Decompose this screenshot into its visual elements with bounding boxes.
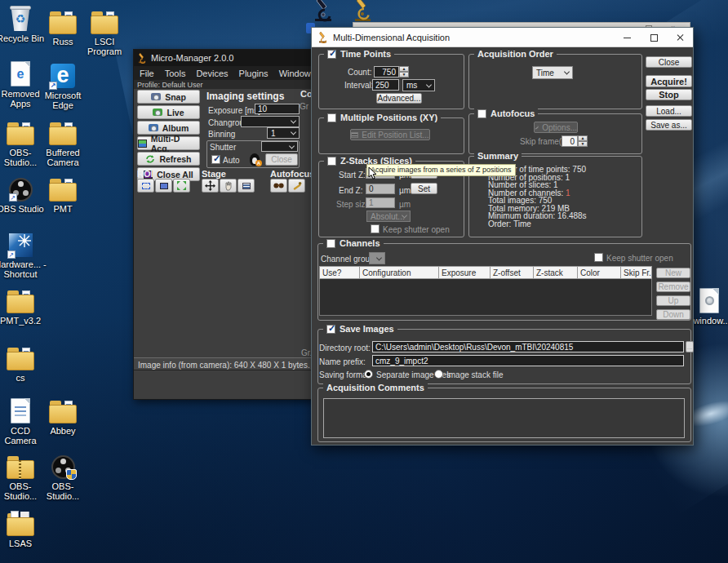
minimize-button[interactable]: [615, 28, 639, 47]
z-stack-mode-select[interactable]: Absolut...: [366, 211, 411, 222]
folder-icon: [7, 117, 34, 145]
desktop-icon-cs[interactable]: cs: [0, 343, 47, 383]
autofocus-group: Autofocus: [468, 113, 642, 154]
shutter-close-button[interactable]: Close: [265, 153, 298, 166]
binning-select[interactable]: 1: [267, 127, 300, 139]
step-size-input[interactable]: 1: [366, 197, 395, 208]
z-stack-tooltip: Acquire images from a series of Z positi…: [366, 164, 516, 176]
menu-plugins[interactable]: Plugins: [239, 69, 269, 78]
autofocus-run-button[interactable]: [270, 179, 287, 193]
document-icon: [11, 396, 30, 423]
folder-icon: [7, 343, 34, 370]
chevron-down-icon: [426, 82, 432, 87]
count-spinner[interactable]: [399, 66, 409, 78]
desktop-icon-abbey[interactable]: Abbey: [37, 396, 89, 436]
z-stacks-checkbox[interactable]: [327, 157, 336, 166]
multiple-positions-checkbox[interactable]: [327, 113, 336, 122]
desktop-icon-label: Microsoft Edge: [37, 91, 89, 110]
channel-down-button[interactable]: Down: [656, 309, 690, 320]
time-points-checkbox[interactable]: [327, 50, 336, 59]
autofocus-options-button[interactable]: [288, 179, 305, 193]
stage-list-button[interactable]: [237, 179, 255, 193]
comments-textarea[interactable]: [323, 398, 685, 438]
stop-button[interactable]: Stop: [646, 89, 692, 100]
skip-frames-input[interactable]: 0: [562, 135, 578, 147]
snap-button[interactable]: Snap: [137, 90, 200, 104]
desktop-icon-label: LSCI Program: [78, 37, 131, 56]
menu-window[interactable]: Window: [279, 69, 311, 78]
column-header: Skip Fr.: [621, 266, 652, 279]
desktop-icon-lsci-program[interactable]: LSCI Program: [78, 7, 131, 56]
name-prefix-input[interactable]: cmz_9_impct2: [372, 355, 684, 366]
status-bar: Image info (from camera): 640 X 480 X 1 …: [134, 357, 321, 370]
folder-icon: [91, 7, 118, 34]
auto-shutter-checkbox[interactable]: [211, 155, 220, 164]
menu-tools[interactable]: Tools: [165, 69, 186, 78]
autofocus-checkbox[interactable]: [477, 109, 486, 118]
media-document-icon: [699, 286, 719, 313]
desktop-icon-label: PMT_v3.2: [0, 316, 41, 326]
roi-reset-button[interactable]: [173, 179, 190, 193]
stage-hand-button[interactable]: [220, 179, 237, 193]
count-input[interactable]: 750: [374, 66, 399, 78]
separate-files-radio[interactable]: [364, 370, 373, 379]
image-stack-radio[interactable]: [434, 370, 443, 379]
desktop-icon-pmt-v32[interactable]: PMT_v3.2: [0, 286, 47, 326]
channel-up-button[interactable]: Up: [656, 295, 690, 306]
chevron-down-icon: [564, 69, 570, 74]
profile-bar: Profile: Default User: [134, 80, 320, 89]
roi-draw-button[interactable]: [137, 179, 154, 193]
multiple-positions-title: Multiple Positions (XY): [340, 113, 437, 123]
penguin-icon: [250, 153, 260, 166]
skip-frames-spinner[interactable]: [578, 135, 588, 147]
save-images-checkbox[interactable]: [326, 325, 335, 334]
browse-button[interactable]: ...: [686, 341, 694, 352]
interval-input[interactable]: 250: [372, 79, 399, 91]
autofocus-label: Autofocus: [270, 169, 314, 179]
roi-set-button[interactable]: [155, 179, 172, 193]
end-z-input[interactable]: 0: [366, 184, 395, 194]
menu-devices[interactable]: Devices: [196, 69, 228, 78]
maximize-button[interactable]: [641, 28, 666, 47]
folder-docs-icon: [7, 508, 34, 536]
live-button[interactable]: Live: [137, 105, 200, 119]
channel-group-select[interactable]: [369, 252, 385, 264]
channels-table-body: [319, 279, 652, 316]
multi-d-acq-button[interactable]: Multi-D Acq.: [137, 136, 200, 150]
stage-move-button[interactable]: [202, 179, 219, 193]
desktop-icon-pmt[interactable]: PMT: [37, 174, 89, 214]
microscope-dark-icon[interactable]: [313, 0, 334, 25]
shutter-select[interactable]: [261, 141, 298, 152]
album-button[interactable]: Album: [137, 121, 200, 135]
desktop-icon-buffered-camera[interactable]: Buffered Camera: [37, 117, 89, 167]
channels-checkbox[interactable]: [326, 239, 335, 248]
mouse-cursor: [368, 166, 378, 184]
channels-keep-shutter-checkbox[interactable]: [594, 253, 603, 262]
set-end-z-button[interactable]: Set: [411, 183, 437, 194]
autofocus-options-button[interactable]: Options...: [534, 122, 578, 133]
advanced-button[interactable]: Advanced...: [376, 93, 422, 104]
load-button[interactable]: Load...: [646, 105, 692, 117]
exposure-input[interactable]: 10: [255, 104, 300, 114]
obs-icon: [9, 174, 33, 202]
edit-position-list-button[interactable]: Edit Position List...: [350, 129, 430, 140]
channel-remove-button[interactable]: Remove: [656, 282, 690, 292]
desktop-icon-obs-installer[interactable]: OBS-Studio...: [37, 451, 89, 501]
refresh-button[interactable]: Refresh: [137, 152, 200, 166]
desktop-icon-microsoft-edge[interactable]: e Microsoft Edge: [37, 60, 89, 110]
acquisition-order-select[interactable]: Time: [532, 66, 573, 79]
desktop-icon-hardware-shortcut[interactable]: Hardware... - Shortcut: [0, 229, 47, 279]
directory-root-input[interactable]: C:\Users\admin\Desktop\Russ\Devon_mTBI\2…: [372, 341, 684, 352]
z-keep-shutter-checkbox[interactable]: [371, 224, 380, 233]
save-as-button[interactable]: Save as...: [646, 119, 692, 131]
changroup-select[interactable]: [241, 116, 300, 127]
roi-rect-icon: [142, 183, 150, 189]
interval-unit-select[interactable]: ms: [402, 79, 435, 91]
desktop-icon-lsas[interactable]: LSAS: [0, 508, 47, 548]
channel-new-button[interactable]: New: [656, 268, 690, 278]
close-button[interactable]: Close: [646, 56, 692, 68]
menu-file[interactable]: File: [140, 69, 154, 78]
acquire-button[interactable]: Acquire!: [646, 75, 692, 87]
micromanager-titlebar[interactable]: Micro-Manager 2.0.0: [134, 50, 320, 66]
close-window-button[interactable]: [668, 28, 692, 47]
